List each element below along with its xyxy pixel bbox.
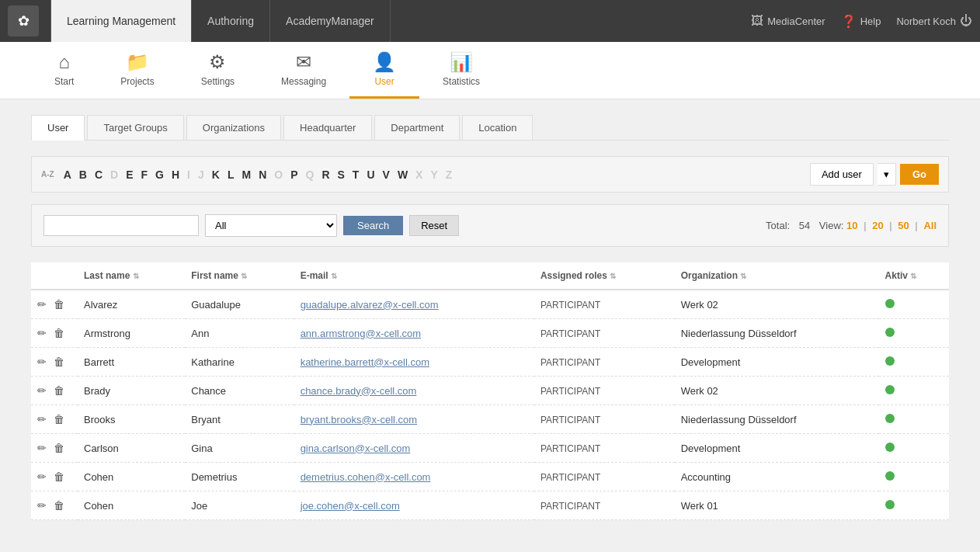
view-all[interactable]: All [923, 220, 937, 231]
messaging-icon: ✉ [296, 51, 311, 73]
alpha-v[interactable]: V [379, 167, 394, 182]
col-email[interactable]: E-mail ⇅ [294, 262, 534, 290]
first-name-4: Bryant [185, 405, 294, 434]
alpha-r[interactable]: R [318, 167, 333, 182]
col-aktiv[interactable]: Aktiv ⇅ [879, 262, 949, 290]
tab-user[interactable]: User [31, 115, 85, 141]
go-button[interactable]: Go [900, 164, 939, 185]
alpha-g[interactable]: G [151, 167, 168, 182]
app-logo: ✿ [8, 5, 39, 36]
col-first-name[interactable]: First name ⇅ [185, 262, 294, 290]
top-bar: ✿ Learning Management Authoring AcademyM… [0, 0, 980, 42]
alpha-w[interactable]: W [394, 167, 412, 182]
tab-target-groups[interactable]: Target Groups [87, 115, 183, 140]
nav-statistics[interactable]: 📊 Statistics [419, 42, 503, 99]
help-link[interactable]: ❓ Help [841, 14, 881, 29]
view-10[interactable]: 10 [846, 220, 857, 231]
alpha-m[interactable]: M [238, 167, 255, 182]
edit-icon[interactable]: ✏ [37, 470, 47, 483]
nav-start[interactable]: ⌂ Start [31, 42, 97, 99]
delete-icon[interactable]: 🗑 [54, 384, 64, 397]
edit-icon[interactable]: ✏ [37, 413, 47, 425]
org-7: Werk 01 [675, 491, 879, 520]
edit-icon[interactable]: ✏ [37, 298, 47, 311]
role-2: PARTICIPANT [534, 348, 675, 377]
edit-icon[interactable]: ✏ [37, 442, 47, 454]
delete-icon[interactable]: 🗑 [54, 327, 64, 339]
alpha-l[interactable]: L [224, 167, 238, 182]
edit-icon[interactable]: ✏ [37, 499, 47, 512]
search-input[interactable] [43, 215, 199, 236]
alpha-h[interactable]: H [168, 167, 183, 182]
alpha-f[interactable]: F [137, 167, 152, 182]
alpha-j[interactable]: J [194, 167, 208, 182]
alpha-n[interactable]: N [255, 167, 270, 182]
view-50[interactable]: 50 [898, 220, 909, 231]
tab-organizations[interactable]: Organizations [186, 115, 281, 140]
edit-icon[interactable]: ✏ [37, 327, 47, 339]
email-0[interactable]: guadalupe.alvarez@x-cell.com [294, 290, 534, 319]
alpha-o[interactable]: O [270, 167, 287, 182]
top-tab-learning[interactable]: Learning Management [50, 0, 192, 42]
last-name-5: Carlson [78, 434, 185, 463]
tab-headquarter[interactable]: Headquarter [283, 115, 372, 140]
tab-location[interactable]: Location [462, 115, 533, 140]
email-1[interactable]: ann.armstrong@x-cell.com [294, 319, 534, 348]
col-roles[interactable]: Assigned roles ⇅ [534, 262, 675, 290]
top-tab-academy[interactable]: AcademyManager [270, 0, 391, 42]
alpha-d[interactable]: D [106, 167, 122, 182]
alpha-x[interactable]: X [412, 167, 426, 182]
alpha-u[interactable]: U [363, 167, 378, 182]
tab-department[interactable]: Department [374, 115, 460, 140]
alpha-y[interactable]: Y [426, 167, 441, 182]
alpha-q[interactable]: Q [302, 167, 318, 182]
view-20[interactable]: 20 [872, 220, 883, 231]
alpha-b[interactable]: B [75, 167, 91, 182]
top-right-nav: 🖼 MediaCenter ❓ Help Norbert Koch ⏻ [751, 14, 972, 29]
nav-user[interactable]: 👤 User [349, 42, 419, 99]
edit-icon[interactable]: ✏ [37, 356, 47, 368]
delete-icon[interactable]: 🗑 [54, 442, 64, 454]
email-7[interactable]: joe.cohen@x-cell.com [294, 491, 534, 520]
nav-projects[interactable]: 📁 Projects [97, 42, 177, 99]
col-org[interactable]: Organization ⇅ [675, 262, 879, 290]
user-menu[interactable]: Norbert Koch ⏻ [896, 14, 972, 28]
reset-button[interactable]: Reset [409, 215, 459, 236]
row-actions-0: ✏ 🗑 [31, 290, 78, 319]
row-actions-1: ✏ 🗑 [31, 319, 78, 348]
email-4[interactable]: bryant.brooks@x-cell.com [294, 405, 534, 434]
alpha-e[interactable]: E [122, 167, 137, 182]
delete-icon[interactable]: 🗑 [54, 470, 64, 483]
nav-messaging[interactable]: ✉ Messaging [258, 42, 349, 99]
email-3[interactable]: chance.brady@x-cell.com [294, 377, 534, 405]
top-tab-authoring[interactable]: Authoring [192, 0, 270, 42]
delete-icon[interactable]: 🗑 [54, 298, 64, 311]
mediacenter-link[interactable]: 🖼 MediaCenter [751, 14, 825, 28]
nav-settings[interactable]: ⚙ Settings [178, 42, 258, 99]
alpha-z[interactable]: Z [442, 167, 457, 182]
email-5[interactable]: gina.carlson@x-cell.com [294, 434, 534, 463]
delete-icon[interactable]: 🗑 [54, 499, 64, 512]
alpha-a[interactable]: A [60, 167, 75, 182]
delete-icon[interactable]: 🗑 [54, 356, 64, 368]
email-6[interactable]: demetrius.cohen@x-cell.com [294, 463, 534, 491]
add-user-dropdown-button[interactable]: ▾ [877, 163, 896, 186]
alpha-c[interactable]: C [91, 167, 106, 182]
delete-icon[interactable]: 🗑 [54, 413, 64, 425]
edit-icon[interactable]: ✏ [37, 384, 47, 397]
alpha-t[interactable]: T [349, 167, 363, 182]
content-tabs: User Target Groups Organizations Headqua… [31, 115, 949, 141]
alpha-p[interactable]: P [287, 167, 301, 182]
search-button[interactable]: Search [343, 216, 403, 235]
add-user-button[interactable]: Add user [810, 163, 874, 186]
search-row: All Active Inactive Search Reset Total: … [31, 204, 949, 247]
col-last-name[interactable]: Last name ⇅ [78, 262, 185, 290]
table-row: ✏ 🗑 Carlson Gina gina.carlson@x-cell.com… [31, 434, 949, 463]
first-name-1: Ann [185, 319, 294, 348]
email-2[interactable]: katherine.barrett@x-cell.com [294, 348, 534, 377]
alpha-s[interactable]: S [334, 167, 349, 182]
role-filter-select[interactable]: All Active Inactive [205, 214, 337, 237]
alpha-i[interactable]: I [183, 167, 194, 182]
alpha-actions: Add user ▾ Go [810, 163, 939, 186]
alpha-k[interactable]: K [208, 167, 224, 182]
